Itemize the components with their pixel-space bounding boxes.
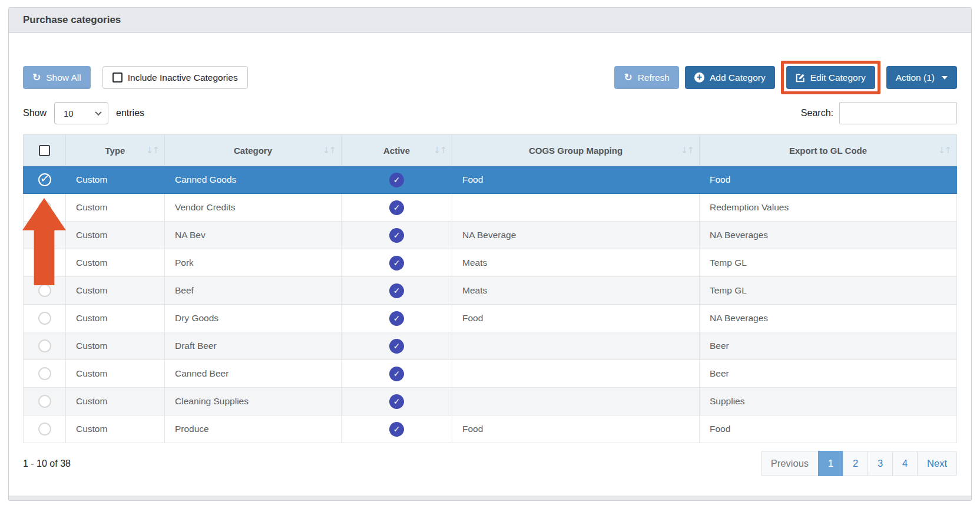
table-row[interactable]: Custom NA Bev ✓ NA Beverage NA Beverages [24, 222, 957, 249]
purchase-categories-panel: Purchase categories ↻ Show All Include I… [8, 7, 972, 501]
table-row[interactable]: Custom Produce ✓ Food Food [24, 415, 957, 443]
row-cogs-cell: Meats [452, 277, 700, 305]
refresh-icon: ↻ [32, 72, 41, 83]
sort-icon[interactable]: ↓↑ [146, 145, 158, 156]
row-category-cell: Canned Goods [165, 166, 342, 194]
add-category-button[interactable]: + Add Category [685, 66, 775, 89]
sort-icon[interactable]: ↓↑ [323, 145, 335, 156]
row-active-cell: ✓ [342, 388, 452, 415]
show-all-button[interactable]: ↻ Show All [23, 66, 91, 89]
row-cogs-cell [452, 332, 700, 360]
column-header-cogs[interactable]: COGS Group Mapping ↓↑ [452, 135, 700, 166]
active-check-icon: ✓ [389, 283, 404, 298]
row-cogs-cell: Food [452, 166, 700, 194]
select-all-checkbox[interactable] [39, 145, 50, 156]
row-category-cell: Dry Goods [165, 305, 342, 332]
table-row[interactable]: Custom Vendor Credits ✓ Redemption Value… [24, 194, 957, 222]
pagination: Previous 1234 Next [761, 451, 957, 476]
table-row[interactable]: Custom Draft Beer ✓ Beer [24, 332, 957, 360]
categories-table: Type ↓↑ Category ↓↑ Active ↓↑ COGS Gro [23, 134, 957, 443]
include-inactive-checkbox[interactable] [112, 72, 122, 83]
active-check-icon: ✓ [389, 228, 404, 243]
table-controls: Show 10 entries Search: [23, 102, 957, 124]
page-button-1[interactable]: 1 [818, 451, 843, 476]
row-select-cell[interactable]: ✓ [24, 166, 66, 194]
column-header-gl[interactable]: Export to GL Code ↓↑ [700, 135, 957, 166]
include-inactive-button[interactable]: Include Inactive Categories [102, 66, 248, 89]
row-radio[interactable] [38, 284, 51, 297]
row-gl-cell: Supplies [700, 388, 957, 415]
row-select-cell[interactable] [24, 332, 66, 360]
row-radio[interactable] [38, 423, 51, 436]
toolbar-right: ↻ Refresh + Add Category [614, 61, 957, 94]
column-header-active[interactable]: Active ↓↑ [342, 135, 452, 166]
sort-icon[interactable]: ↓↑ [681, 145, 693, 156]
active-check-icon: ✓ [389, 394, 404, 409]
row-type-cell: Custom [66, 332, 165, 360]
action-dropdown-button[interactable]: Action (1) [886, 66, 957, 89]
row-radio[interactable] [38, 367, 51, 380]
next-page-button[interactable]: Next [917, 451, 957, 476]
row-select-cell[interactable] [24, 388, 66, 415]
row-cogs-cell: Food [452, 415, 700, 443]
row-gl-cell: NA Beverages [700, 222, 957, 249]
row-gl-cell: NA Beverages [700, 305, 957, 332]
select-all-header[interactable] [24, 135, 66, 166]
page-button-2[interactable]: 2 [843, 451, 868, 476]
sort-icon[interactable]: ↓↑ [938, 145, 951, 156]
row-cogs-cell [452, 388, 700, 415]
row-radio[interactable] [38, 395, 51, 408]
include-inactive-label: Include Inactive Categories [128, 72, 238, 83]
table-row[interactable]: Custom Pork ✓ Meats Temp GL [24, 249, 957, 277]
active-check-icon: ✓ [389, 173, 404, 187]
plus-circle-icon: + [694, 72, 704, 83]
previous-page-button[interactable]: Previous [761, 451, 819, 476]
column-header-category[interactable]: Category ↓↑ [165, 135, 342, 166]
row-select-cell[interactable] [24, 305, 66, 332]
row-radio[interactable] [38, 339, 51, 352]
row-category-cell: Pork [165, 249, 342, 277]
table-row[interactable]: Custom Dry Goods ✓ Food NA Beverages [24, 305, 957, 332]
row-cogs-cell [452, 194, 700, 222]
page-button-4[interactable]: 4 [892, 451, 918, 476]
edit-category-button[interactable]: Edit Category [786, 66, 875, 89]
table-row[interactable]: Custom Cleaning Supplies ✓ Supplies [24, 388, 957, 415]
row-cogs-cell: Food [452, 305, 700, 332]
row-select-cell[interactable] [24, 415, 66, 443]
table-row[interactable]: Custom Canned Beer ✓ Beer [24, 360, 957, 388]
panel-header: Purchase categories [9, 8, 971, 33]
row-type-cell: Custom [66, 305, 165, 332]
pencil-square-icon [796, 73, 805, 83]
table-row[interactable]: ✓ Custom Canned Goods ✓ Food Food [24, 166, 957, 194]
active-check-icon: ✓ [389, 256, 404, 271]
row-active-cell: ✓ [342, 277, 452, 305]
row-active-cell: ✓ [342, 194, 452, 222]
table-wrap: Type ↓↑ Category ↓↑ Active ↓↑ COGS Gro [23, 134, 957, 443]
row-active-cell: ✓ [342, 166, 452, 194]
row-gl-cell: Temp GL [700, 277, 957, 305]
row-radio[interactable] [38, 312, 51, 325]
edit-category-label: Edit Category [810, 72, 866, 83]
page-button-3[interactable]: 3 [868, 451, 893, 476]
search-input[interactable] [839, 102, 957, 124]
row-active-cell: ✓ [342, 415, 452, 443]
row-radio[interactable]: ✓ [38, 173, 51, 186]
row-type-cell: Custom [66, 249, 165, 277]
row-select-cell[interactable] [24, 360, 66, 388]
entries-select[interactable]: 10 [54, 102, 108, 124]
row-gl-cell: Food [700, 166, 957, 194]
refresh-label: Refresh [638, 72, 670, 83]
refresh-button[interactable]: ↻ Refresh [614, 66, 679, 89]
row-type-cell: Custom [66, 360, 165, 388]
row-type-cell: Custom [66, 415, 165, 443]
sort-icon[interactable]: ↓↑ [433, 145, 446, 156]
row-category-cell: Beef [165, 277, 342, 305]
search-label: Search: [801, 108, 833, 118]
row-cogs-cell: Meats [452, 249, 700, 277]
action-label: Action (1) [896, 72, 935, 83]
page-title: Purchase categories [23, 14, 121, 26]
edit-category-highlight-annotation: Edit Category [781, 61, 880, 94]
row-active-cell: ✓ [342, 360, 452, 388]
table-row[interactable]: Custom Beef ✓ Meats Temp GL [24, 277, 957, 305]
column-header-type[interactable]: Type ↓↑ [66, 135, 165, 166]
